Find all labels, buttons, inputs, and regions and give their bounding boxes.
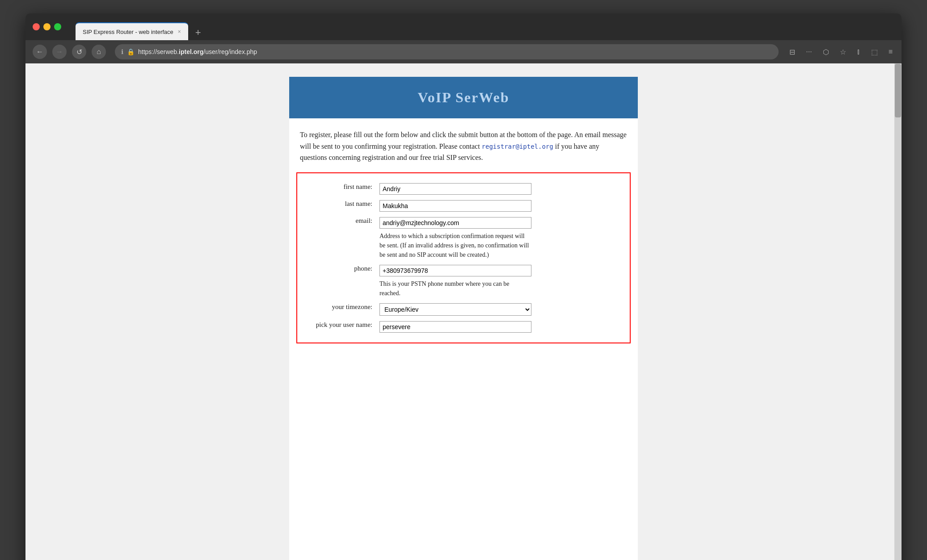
lock-icon: 🔒 [127, 48, 135, 55]
first-name-row: first name: [304, 180, 623, 197]
form-table: first name: last name: [304, 180, 623, 335]
reader-view-button[interactable]: ⊟ [788, 46, 797, 58]
tab-title: SIP Express Router - web interface [83, 29, 173, 35]
traffic-lights [33, 23, 61, 30]
last-name-input[interactable] [379, 200, 531, 212]
timezone-label: your timezone: [304, 301, 376, 318]
phone-row: phone: This is your PSTN phone number wh… [304, 262, 623, 301]
phone-label: phone: [304, 262, 376, 301]
forward-button[interactable]: → [52, 45, 67, 59]
intro-text: To register, please fill out the form be… [289, 129, 638, 172]
email-help-text: Address to which a subscription confirma… [379, 231, 531, 259]
home-button[interactable]: ⌂ [92, 45, 106, 59]
first-name-cell [376, 180, 623, 197]
new-tab-button[interactable]: + [192, 25, 205, 40]
scrollbar-thumb[interactable] [895, 64, 901, 117]
nav-bar: ← → ↺ ⌂ ℹ 🔒 https://serweb.iptel.org/use… [25, 40, 902, 63]
phone-help-text: This is your PSTN phone number where you… [379, 279, 531, 298]
nav-icons: ⊟ ··· ⬡ ☆ ⫿ ⬚ ≡ [788, 46, 894, 58]
sidebar-button[interactable]: ⫿ [855, 46, 862, 58]
maximize-button[interactable] [54, 23, 61, 30]
tab-close-icon[interactable]: × [178, 29, 181, 35]
close-button[interactable] [33, 23, 40, 30]
back-button[interactable]: ← [33, 45, 47, 59]
email-input[interactable] [379, 217, 531, 229]
header-banner: VoIP SerWeb [289, 77, 638, 118]
username-row: pick your user name: [304, 318, 623, 335]
last-name-row: last name: [304, 197, 623, 214]
contact-email-link[interactable]: registrar@iptel.org [482, 143, 553, 150]
page-content: VoIP SerWeb To register, please fill out… [25, 63, 902, 560]
first-name-input[interactable] [379, 183, 531, 195]
split-view-button[interactable]: ⬚ [869, 46, 880, 58]
timezone-cell: Europe/Kiev Europe/London America/New_Yo… [376, 301, 623, 318]
header-title: VoIP SerWeb [418, 89, 510, 105]
tab-bar: SIP Express Router - web interface × + [76, 13, 205, 40]
reload-button[interactable]: ↺ [72, 45, 86, 59]
scrollbar[interactable] [894, 63, 902, 560]
first-name-label: first name: [304, 180, 376, 197]
email-label: email: [304, 214, 376, 262]
timezone-select[interactable]: Europe/Kiev Europe/London America/New_Yo… [379, 303, 531, 316]
timezone-row: your timezone: Europe/Kiev Europe/London… [304, 301, 623, 318]
phone-cell: This is your PSTN phone number where you… [376, 262, 623, 301]
email-cell: Address to which a subscription confirma… [376, 214, 623, 262]
username-label: pick your user name: [304, 318, 376, 335]
minimize-button[interactable] [43, 23, 51, 30]
email-row: email: Address to which a subscription c… [304, 214, 623, 262]
form-container: first name: last name: [296, 172, 631, 343]
main-container: VoIP SerWeb To register, please fill out… [289, 77, 638, 560]
active-tab[interactable]: SIP Express Router - web interface × [76, 22, 188, 40]
more-button[interactable]: ··· [804, 46, 813, 58]
last-name-cell [376, 197, 623, 214]
last-name-label: last name: [304, 197, 376, 214]
username-input[interactable] [379, 321, 531, 333]
username-cell [376, 318, 623, 335]
pocket-button[interactable]: ⬡ [821, 46, 831, 58]
url-display: https://serweb.iptel.org/user/reg/index.… [138, 48, 772, 55]
info-icon: ℹ [121, 48, 123, 55]
bookmark-button[interactable]: ☆ [838, 46, 848, 58]
menu-button[interactable]: ≡ [887, 46, 894, 58]
address-bar[interactable]: ℹ 🔒 https://serweb.iptel.org/user/reg/in… [115, 44, 779, 59]
phone-input[interactable] [379, 265, 531, 276]
title-bar: SIP Express Router - web interface × + [25, 13, 902, 40]
